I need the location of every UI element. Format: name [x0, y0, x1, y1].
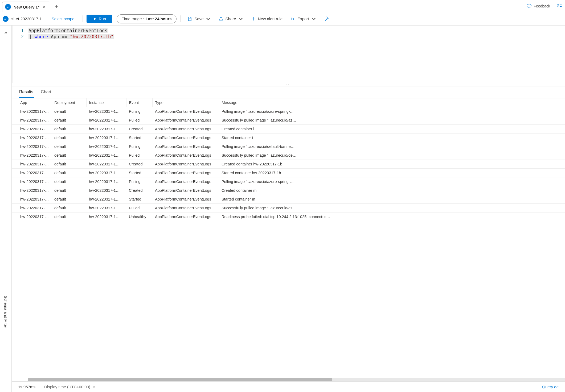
display-time-picker[interactable]: Display time (UTC+00:00): [44, 385, 96, 389]
logs-icon: [5, 4, 11, 10]
table-row[interactable]: hw-20220317-1bdefaulthw-20220317-1…Creat…: [12, 186, 565, 195]
scope-selector[interactable]: cli-et-20220317-1…: [3, 16, 46, 22]
play-icon: [93, 17, 97, 21]
column-header[interactable]: Type: [152, 98, 219, 107]
svg-rect-0: [558, 4, 559, 5]
run-button[interactable]: Run: [87, 15, 113, 23]
new-alert-button[interactable]: New alert rule: [248, 16, 286, 21]
query-tab[interactable]: New Query 1* ✕: [2, 2, 50, 12]
chevron-down-icon: [238, 16, 243, 21]
run-label: Run: [99, 16, 106, 21]
column-header[interactable]: Event: [126, 98, 152, 107]
time-range-label: Time range :: [122, 16, 144, 21]
query-duration: 1s 957ms: [18, 385, 35, 389]
column-header[interactable]: Instance: [86, 98, 126, 107]
share-button[interactable]: Share: [215, 16, 246, 21]
chevron-down-icon: [92, 385, 96, 389]
tab-chart[interactable]: Chart: [40, 88, 52, 98]
table-row[interactable]: hw-20220317-1bdefaulthw-20220317-1…Pulle…: [12, 116, 565, 125]
chevron-down-icon: [206, 16, 211, 21]
tab-title: New Query 1*: [14, 5, 39, 9]
results-grid-wrap[interactable]: AppDeploymentInstanceEventTypeMessage hw…: [12, 98, 565, 378]
queries-hub-icon[interactable]: [554, 3, 565, 9]
select-scope-link[interactable]: Select scope: [47, 16, 79, 21]
toolbar: cli-et-20220317-1… Select scope Run Time…: [0, 12, 565, 26]
heart-icon: [526, 3, 532, 9]
pin-button[interactable]: [321, 16, 329, 21]
tab-results[interactable]: Results: [19, 88, 34, 98]
save-icon: [187, 16, 192, 21]
pin-icon: [324, 16, 329, 21]
table-row[interactable]: hw-20220317-1bdefaulthw-20220317-1…Pulli…: [12, 177, 565, 186]
table-row[interactable]: hw-20220317-1bdefaulthw-20220317-1…Start…: [12, 169, 565, 177]
scope-name: cli-et-20220317-1…: [11, 16, 46, 21]
tab-bar: New Query 1* ✕ ＋ Feedback: [0, 0, 565, 12]
grid-header-row: AppDeploymentInstanceEventTypeMessage: [12, 98, 565, 107]
table-row[interactable]: hw-20220317-1bdefaulthw-20220317-1…Creat…: [12, 160, 565, 169]
table-row[interactable]: hw-20220317-1bdefaulthw-20220317-1…Creat…: [12, 125, 565, 134]
table-row[interactable]: hw-20220317-1bdefaulthw-20220317-1…Start…: [12, 134, 565, 142]
export-button[interactable]: Export: [287, 16, 319, 21]
feedback-label: Feedback: [534, 4, 550, 8]
save-button[interactable]: Save: [184, 16, 214, 21]
splitter-handle[interactable]: ⋯: [12, 83, 565, 86]
share-icon: [219, 16, 223, 21]
close-icon[interactable]: ✕: [42, 5, 46, 9]
column-header[interactable]: App: [12, 98, 52, 107]
table-row[interactable]: hw-20220317-1bdefaulthw-20220317-1…Pulle…: [12, 151, 565, 160]
time-range-value: Last 24 hours: [146, 16, 172, 21]
time-range-picker[interactable]: Time range : Last 24 hours: [117, 14, 177, 23]
plus-icon: [251, 16, 256, 21]
table-row[interactable]: hw-20220317-1bdefaulthw-20220317-1…Pulli…: [12, 142, 565, 151]
results-grid: AppDeploymentInstanceEventTypeMessage hw…: [12, 98, 565, 221]
column-header[interactable]: Message: [219, 98, 565, 107]
query-editor[interactable]: 1AppPlatformContainerEventLogs2| where A…: [12, 26, 565, 83]
feedback-button[interactable]: Feedback: [522, 3, 554, 9]
table-row[interactable]: hw-20220317-1bdefaulthw-20220317-1…Pulli…: [12, 107, 565, 116]
result-tabs: Results Chart: [12, 86, 565, 98]
chevron-down-icon: [311, 16, 316, 21]
table-row[interactable]: hw-20220317-1bdefaulthw-20220317-1…Unhea…: [12, 212, 565, 221]
svg-rect-1: [558, 6, 559, 7]
horizontal-scrollbar[interactable]: [12, 378, 565, 381]
table-row[interactable]: hw-20220317-1bdefaulthw-20220317-1…Pulle…: [12, 204, 565, 212]
new-tab-button[interactable]: ＋: [54, 2, 59, 10]
status-bar: 1s 957ms Display time (UTC+00:00) Query …: [12, 381, 565, 392]
schema-filter-tab[interactable]: Schema and Filter: [3, 296, 8, 328]
query-details-link[interactable]: Query de: [542, 385, 559, 389]
column-header[interactable]: Deployment: [52, 98, 86, 107]
logs-icon: [3, 16, 9, 22]
left-rail: » Schema and Filter: [0, 26, 12, 392]
table-row[interactable]: hw-20220317-1bdefaulthw-20220317-1…Start…: [12, 195, 565, 204]
expand-sidebar-button[interactable]: »: [4, 30, 7, 35]
export-icon: [290, 16, 295, 21]
